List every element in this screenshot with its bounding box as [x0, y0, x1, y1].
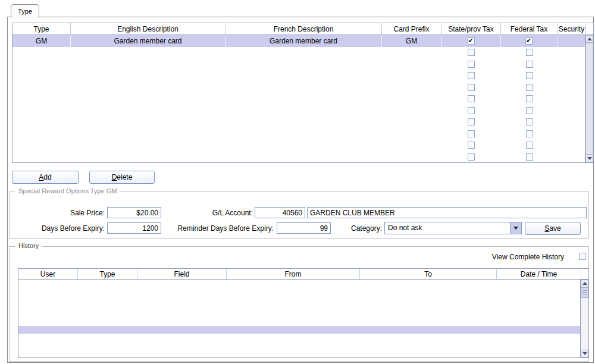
type-cell — [226, 81, 382, 93]
scroll-thumb[interactable] — [581, 287, 588, 298]
type-cell[interactable] — [441, 81, 501, 93]
state-prov-tax-checkbox[interactable] — [468, 37, 475, 45]
type-cell[interactable] — [441, 58, 501, 70]
days-before-expiry-input[interactable] — [107, 222, 161, 234]
type-row-selected[interactable]: GMGarden member cardGarden member cardGM — [12, 35, 585, 47]
type-cell — [558, 105, 585, 117]
type-cell[interactable] — [501, 58, 558, 70]
history-table-scrollbar[interactable] — [580, 280, 588, 357]
history-col-header-field[interactable]: Field — [137, 269, 227, 279]
save-button[interactable]: Save — [525, 222, 581, 235]
federal-tax-checkbox[interactable] — [526, 84, 533, 91]
state-prov-tax-checkbox[interactable] — [468, 49, 475, 56]
federal-tax-checkbox[interactable] — [526, 130, 533, 137]
view-complete-history-checkbox[interactable] — [579, 253, 586, 260]
type-cell[interactable] — [441, 105, 501, 117]
scroll-up-icon[interactable] — [581, 280, 588, 287]
history-col-header-user[interactable]: User — [18, 269, 78, 279]
federal-tax-checkbox[interactable] — [526, 72, 533, 79]
state-prov-tax-checkbox[interactable] — [468, 95, 475, 102]
type-row-empty[interactable] — [12, 47, 585, 59]
history-col-header-to[interactable]: To — [360, 269, 497, 279]
type-cell[interactable] — [441, 151, 501, 162]
type-col-header-english-description[interactable]: English Description — [71, 23, 226, 34]
state-prov-tax-checkbox[interactable] — [468, 72, 475, 79]
reminder-days-input[interactable] — [277, 222, 331, 234]
federal-tax-checkbox[interactable] — [526, 95, 533, 102]
type-col-header-type[interactable]: Type — [12, 23, 71, 34]
history-col-header-date-time[interactable]: Date / Time — [497, 269, 581, 279]
state-prov-tax-checkbox[interactable] — [468, 107, 475, 114]
delete-button[interactable]: Delete — [89, 171, 155, 184]
history-col-header-from[interactable]: From — [227, 269, 360, 279]
type-row-empty[interactable] — [12, 93, 585, 105]
state-prov-tax-checkbox[interactable] — [468, 130, 475, 137]
gl-account-label: G/L Account: — [193, 208, 253, 219]
gl-account-description-field[interactable] — [307, 207, 587, 218]
type-cell[interactable] — [441, 140, 501, 152]
type-cell: GM — [12, 35, 71, 47]
history-selected-row[interactable] — [18, 326, 580, 334]
type-col-header-french-description[interactable]: French Description — [226, 23, 382, 34]
type-row-empty[interactable] — [12, 58, 585, 70]
scroll-up-icon[interactable] — [585, 35, 593, 43]
federal-tax-checkbox[interactable] — [526, 107, 533, 114]
type-cell[interactable] — [501, 70, 558, 82]
type-cell: Garden member card — [226, 35, 382, 47]
scroll-down-icon[interactable] — [585, 155, 593, 162]
type-cell[interactable] — [441, 128, 501, 140]
scroll-down-icon[interactable] — [581, 350, 588, 357]
category-dropdown[interactable]: Do not ask — [384, 222, 522, 234]
type-col-header-card-prefix[interactable]: Card Prefix — [382, 23, 441, 34]
gl-account-input[interactable] — [255, 207, 305, 218]
history-col-header-type[interactable]: Type — [78, 269, 137, 279]
type-cell[interactable] — [441, 47, 501, 59]
type-cell[interactable] — [501, 151, 558, 162]
federal-tax-checkbox[interactable] — [526, 153, 533, 161]
federal-tax-checkbox[interactable] — [526, 142, 533, 149]
state-prov-tax-checkbox[interactable] — [468, 118, 475, 125]
state-prov-tax-checkbox[interactable] — [468, 84, 475, 91]
state-prov-tax-checkbox[interactable] — [468, 153, 475, 161]
type-col-header-state-prov-tax[interactable]: State/prov Tax — [441, 23, 501, 34]
add-button[interactable]: Add — [12, 171, 79, 184]
type-cell[interactable] — [501, 81, 558, 93]
type-row-empty[interactable] — [12, 81, 585, 93]
type-cell[interactable] — [501, 105, 558, 117]
type-cell[interactable] — [441, 93, 501, 105]
tab-type[interactable]: Type — [11, 4, 39, 18]
type-cell[interactable] — [501, 93, 558, 105]
type-row-empty[interactable] — [12, 128, 585, 140]
type-cell[interactable] — [501, 140, 558, 152]
type-table-scrollbar[interactable] — [585, 35, 593, 162]
type-col-header-security[interactable]: Security — [558, 23, 586, 34]
type-col-header-federal-tax[interactable]: Federal Tax — [501, 23, 558, 34]
type-row-empty[interactable] — [12, 151, 585, 162]
type-cell[interactable] — [441, 35, 501, 47]
type-cell — [71, 81, 226, 93]
type-cell — [71, 140, 226, 152]
type-cell[interactable] — [441, 70, 501, 82]
type-cell[interactable] — [441, 117, 501, 128]
type-cell — [558, 70, 585, 82]
federal-tax-checkbox[interactable] — [526, 118, 533, 125]
type-row-empty[interactable] — [12, 140, 585, 152]
federal-tax-checkbox[interactable] — [526, 49, 533, 56]
type-cell — [226, 70, 382, 82]
type-row-empty[interactable] — [12, 105, 585, 117]
scroll-track[interactable] — [581, 298, 588, 350]
state-prov-tax-checkbox[interactable] — [468, 142, 475, 149]
state-prov-tax-checkbox[interactable] — [468, 61, 475, 68]
type-cell[interactable] — [501, 128, 558, 140]
type-row-empty[interactable] — [12, 70, 585, 82]
federal-tax-checkbox[interactable] — [525, 37, 533, 45]
type-cell[interactable] — [501, 35, 558, 47]
scroll-thumb[interactable] — [585, 43, 593, 155]
type-cell — [71, 58, 226, 70]
type-cell[interactable] — [501, 47, 558, 59]
federal-tax-checkbox[interactable] — [526, 61, 533, 68]
sale-price-input[interactable] — [107, 207, 161, 218]
type-cell[interactable] — [501, 117, 558, 128]
chevron-down-icon[interactable] — [510, 222, 521, 234]
type-row-empty[interactable] — [12, 117, 585, 128]
